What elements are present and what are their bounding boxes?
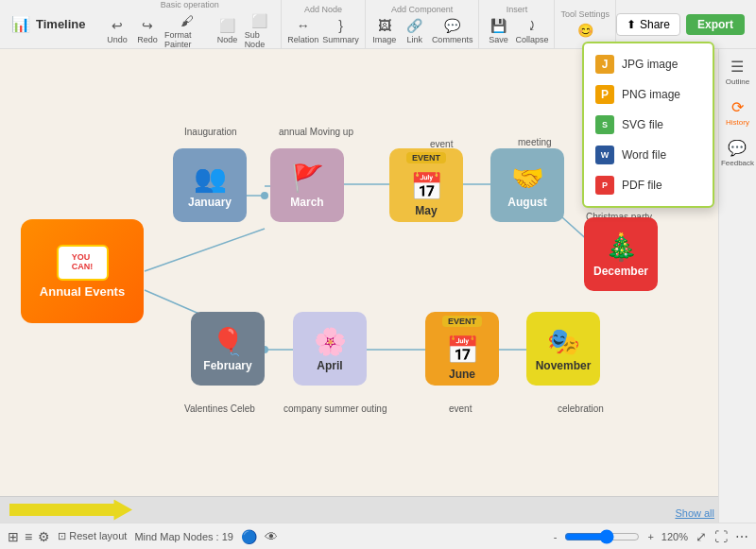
node-icon-small: 🔵 xyxy=(241,529,257,544)
january-name: January xyxy=(188,196,232,209)
valentines-label: Valentines Celeb xyxy=(184,403,255,414)
celebration-label: celebration xyxy=(558,403,604,414)
december-box: 🎄 December xyxy=(584,217,658,291)
june-node[interactable]: EVENT 📅 June xyxy=(425,312,499,386)
redo-button[interactable]: ↪Redo xyxy=(134,16,161,44)
history-button[interactable]: ⟳ History xyxy=(726,97,749,127)
toolbar-section-insert: Insert 💾Save ⤸Collapse xyxy=(479,0,555,48)
central-box: YOUCAN! Annual Events xyxy=(21,219,144,323)
app-title-text: Timeline xyxy=(36,17,86,31)
november-name: November xyxy=(536,359,592,372)
toolbar-section-basic: Basic operation ↩Undo ↪Redo 🖌Format Pain… xyxy=(98,0,282,48)
word-icon: W xyxy=(595,146,614,164)
settings-icon[interactable]: ⚙ xyxy=(38,529,50,544)
link-button[interactable]: 🔗Link xyxy=(402,16,428,44)
zoom-minus[interactable]: - xyxy=(554,531,558,542)
export-pdf[interactable]: P PDF file xyxy=(584,170,713,200)
march-node[interactable]: 🚩 March xyxy=(270,148,344,222)
february-node[interactable]: 🎈 February xyxy=(191,312,265,386)
january-node[interactable]: 👥 January xyxy=(173,148,247,222)
export-pdf-label: PDF file xyxy=(622,179,662,192)
section-label-add-node: Add Node xyxy=(304,5,342,14)
february-icon: 🎈 xyxy=(212,326,245,357)
august-node[interactable]: 🤝 August xyxy=(490,148,564,222)
event-label-june: event xyxy=(449,403,472,414)
june-box: EVENT 📅 June xyxy=(425,312,499,386)
outline-icon: ☰ xyxy=(728,57,747,76)
february-name: February xyxy=(203,359,251,372)
feedback-button[interactable]: 💬 Feedback xyxy=(721,138,754,167)
section-label-insert: Insert xyxy=(507,5,528,14)
summary-button[interactable]: }Summary xyxy=(322,16,359,44)
export-jpg[interactable]: J JPG image xyxy=(584,49,713,79)
feedback-icon: 💬 xyxy=(728,138,747,157)
section-label-add-component: Add Component xyxy=(391,5,453,14)
save-button[interactable]: 💾Save xyxy=(485,16,511,44)
central-title: Annual Events xyxy=(40,284,125,299)
central-node[interactable]: YOUCAN! Annual Events xyxy=(21,219,144,323)
yellow-arrow xyxy=(9,500,132,521)
history-icon: ⟳ xyxy=(728,97,747,116)
fit-icon[interactable]: ⤢ xyxy=(696,529,707,544)
tool-settings-icon[interactable]: 😊 xyxy=(572,21,598,40)
app-title: 📊 Timeline xyxy=(4,15,98,33)
march-box: 🚩 March xyxy=(270,148,344,222)
december-node[interactable]: 🎄 December xyxy=(584,217,658,291)
image-button[interactable]: 🖼Image xyxy=(371,16,398,44)
history-label: History xyxy=(726,118,749,127)
svg-line-0 xyxy=(145,229,265,271)
summer-outing-label: company summer outing xyxy=(284,403,387,414)
sub-node-button[interactable]: ⬜Sub Node xyxy=(245,11,276,49)
november-box: 🎭 November xyxy=(526,312,600,386)
share-button[interactable]: ⬆ Share xyxy=(616,13,680,36)
bottom-bar-right: - + 120% ⤢ ⛶ ⋯ xyxy=(554,529,748,544)
zoom-level: 120% xyxy=(662,531,688,542)
grid-icon[interactable]: ⊞ xyxy=(8,529,19,544)
toolbar-section-add-component: Add Component 🖼Image 🔗Link 💬Comments xyxy=(366,0,480,48)
png-icon: P xyxy=(595,85,614,104)
comments-button[interactable]: 💬Comments xyxy=(432,16,473,44)
january-box: 👥 January xyxy=(173,148,247,222)
reset-layout-button[interactable]: ⊡ Reset layout xyxy=(58,530,127,542)
march-name: March xyxy=(290,196,323,209)
export-svg[interactable]: S SVG file xyxy=(584,110,713,140)
export-jpg-label: JPG image xyxy=(622,58,678,71)
svg-point-11 xyxy=(261,192,268,199)
show-all-button[interactable]: Show all xyxy=(675,507,714,519)
december-name: December xyxy=(593,265,648,278)
node-button[interactable]: ⬜Node xyxy=(215,16,241,44)
export-png[interactable]: P PNG image xyxy=(584,79,713,110)
share-icon: ⬆ xyxy=(627,18,636,31)
may-icon: 📅 xyxy=(410,171,443,202)
export-word[interactable]: W Word file xyxy=(584,140,713,170)
pdf-icon: P xyxy=(595,176,614,195)
zoom-plus[interactable]: + xyxy=(647,531,653,542)
relation-button[interactable]: ↔Relation xyxy=(287,16,318,44)
format-painter-button[interactable]: 🖌Format Painter xyxy=(164,11,211,49)
april-node[interactable]: 🌸 April xyxy=(293,312,367,386)
section-label-basic: Basic operation xyxy=(161,0,219,9)
outline-button[interactable]: ☰ Outline xyxy=(726,57,749,86)
november-icon: 🎭 xyxy=(547,326,580,357)
december-icon: 🎄 xyxy=(605,232,638,263)
collapse-button[interactable]: ⤸Collapse xyxy=(515,16,548,44)
may-node[interactable]: EVENT 📅 May xyxy=(389,148,463,222)
more-icon[interactable]: ⋯ xyxy=(735,529,748,544)
reset-layout-icon: ⊡ xyxy=(58,530,66,541)
bottom-bar: ⊞ ≡ ⚙ ⊡ Reset layout Mind Map Nodes : 19… xyxy=(0,523,756,549)
august-box: 🤝 August xyxy=(490,148,564,222)
export-button[interactable]: Export xyxy=(686,14,745,35)
feedback-label: Feedback xyxy=(721,159,754,167)
fullscreen-icon[interactable]: ⛶ xyxy=(714,529,728,544)
november-node[interactable]: 🎭 November xyxy=(526,312,600,386)
inauguration-label: Inauguration xyxy=(184,127,237,137)
list-icon[interactable]: ≡ xyxy=(25,529,32,544)
zoom-eye-icon: 👁 xyxy=(265,529,278,544)
export-dropdown: J JPG image P PNG image S SVG file W Wor… xyxy=(582,42,714,208)
august-name: August xyxy=(507,196,546,209)
bottom-icons: ⊞ ≡ ⚙ xyxy=(8,529,50,544)
mind-map-nodes-info: Mind Map Nodes : 19 xyxy=(134,531,233,542)
zoom-slider[interactable] xyxy=(564,529,640,544)
undo-button[interactable]: ↩Undo xyxy=(104,16,130,44)
section-label-tool-settings: Tool Settings xyxy=(560,9,610,19)
